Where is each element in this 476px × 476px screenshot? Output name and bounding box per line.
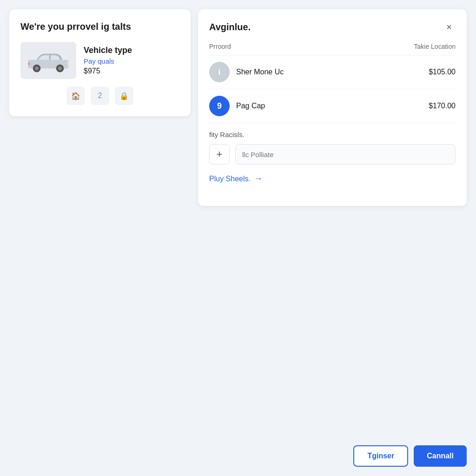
passenger-icon-btn[interactable]: 2 xyxy=(91,86,109,105)
svg-rect-6 xyxy=(28,62,30,65)
person-name-1: Sher Mone Uc xyxy=(236,68,429,76)
person-row-2: 9 Pag Cap $170.00 xyxy=(209,89,456,123)
add-row: + xyxy=(209,144,456,165)
vehicle-details: Vehicle type Pay quals $975 xyxy=(84,46,132,75)
left-card-title: We're you prrovel ig talts xyxy=(20,20,179,33)
right-card-title: Avginlue. xyxy=(209,22,251,33)
avatar-letter-2: 9 xyxy=(217,101,222,111)
lock-icon-btn[interactable]: 🔒 xyxy=(115,86,133,105)
right-card: Avginlue. × Prroord Takie Location i She… xyxy=(198,9,467,206)
vehicle-info: Vehicle type Pay quals $975 xyxy=(20,42,179,79)
action-link[interactable]: Pluy Sheels. → xyxy=(209,174,456,184)
bottom-buttons: Tginser Cannall xyxy=(353,445,467,467)
confirm-button[interactable]: Cannall xyxy=(414,445,467,467)
person-row-1: i Sher Mone Uc $105.00 xyxy=(209,55,456,89)
person-amount-1: $105.00 xyxy=(429,68,456,76)
add-button[interactable]: + xyxy=(209,144,230,165)
close-button[interactable]: × xyxy=(443,20,456,33)
right-card-header: Avginlue. × xyxy=(209,20,456,33)
vehicle-icons-row: 🏠 2 🔒 xyxy=(20,86,179,105)
house-icon: 🏠 xyxy=(71,92,80,100)
avatar-1: i xyxy=(209,62,230,82)
vehicle-price: $975 xyxy=(84,67,132,75)
col1-label: Prroord xyxy=(209,43,231,50)
svg-rect-5 xyxy=(67,62,68,65)
left-card: We're you prrovel ig talts xyxy=(9,9,191,116)
section-label: fity Racisls. xyxy=(209,131,456,139)
svg-point-2 xyxy=(35,66,39,70)
car-illustration xyxy=(25,48,72,73)
passenger-count-icon: 2 xyxy=(98,92,102,100)
action-link-label: Pluy Sheels. xyxy=(209,175,251,183)
house-icon-btn[interactable]: 🏠 xyxy=(66,86,85,105)
person-amount-2: $170.00 xyxy=(429,102,456,110)
avatar-2: 9 xyxy=(209,96,230,116)
table-header: Prroord Takie Location xyxy=(209,43,456,55)
vehicle-image xyxy=(20,42,76,79)
vehicle-qualify-label: Pay quals xyxy=(84,57,132,65)
lock-icon: 🔒 xyxy=(119,92,129,100)
vehicle-type-label: Vehicle type xyxy=(84,46,132,55)
cancel-button[interactable]: Tginser xyxy=(353,445,408,467)
avatar-letter-1: i xyxy=(218,67,220,77)
arrow-right-icon: → xyxy=(254,174,263,184)
close-icon: × xyxy=(446,22,452,33)
col2-label: Takie Location xyxy=(414,43,456,50)
add-input[interactable] xyxy=(235,144,456,165)
person-name-2: Pag Cap xyxy=(236,102,429,110)
svg-point-4 xyxy=(58,66,62,70)
